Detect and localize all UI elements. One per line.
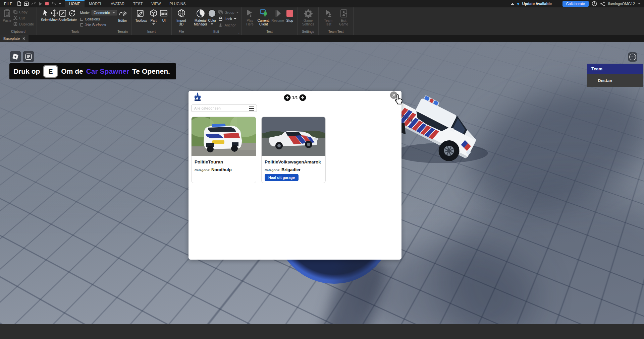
category-filter [191,105,257,112]
copy-button[interactable]: Copy [13,10,34,14]
tab-test[interactable]: TEST [129,0,147,7]
3d-viewport[interactable]: POLITIE Druk o [0,42,644,324]
edit-group: Material Manager Color Group Lock Anchor… [191,7,241,35]
close-tab-icon[interactable] [22,37,25,40]
open-file-icon[interactable] [24,1,29,6]
tab-baseplate[interactable]: Baseplate [0,35,29,42]
banner-text-3: Te Openen. [132,67,170,75]
anchor-button[interactable]: Anchor [218,23,238,27]
stop-button[interactable]: Stop [284,9,295,22]
page-indicator: 1/1 [292,95,298,100]
mode-select[interactable]: Geometric [92,10,117,15]
car-photo-touran [192,117,256,156]
police-car[interactable]: POLITIE [397,91,498,172]
new-file-icon[interactable] [17,1,21,6]
team-panel: Team Destan [587,64,643,87]
ui-button[interactable]: UI [159,9,169,22]
category-value: Noodhulp [211,167,232,172]
lock-button[interactable]: Lock [218,16,238,21]
move-tool[interactable]: Move [50,9,58,22]
next-page-button[interactable] [299,94,306,101]
pagination: 1/1 [189,94,401,101]
group-button[interactable]: Group [218,10,238,14]
banner-text-2: Om de [61,67,83,75]
test-group: Play Here Current:Client Resume Stop Tes… [241,7,298,35]
collisions-checkbox[interactable]: Collisions [80,17,117,21]
tab-view[interactable]: VIEW [147,0,165,7]
car-spawner-dialog: 1/1 [189,91,401,260]
team-test-group: Team Test Exit Game Team Test [319,7,354,35]
toolbox-button[interactable]: Toolbox [134,9,148,22]
settings-group: Game Settings Settings [298,7,319,35]
haal-uit-garage-button[interactable]: Haal uit garage [265,174,299,181]
document-tabbar: Baseplate [0,35,644,42]
username-label[interactable]: flamingoOMG12 [608,2,635,6]
mode-control: Mode: Geometric [80,10,117,15]
terrain-editor-button[interactable]: Editor [117,9,128,22]
update-available-label[interactable]: Update Available [522,2,552,6]
paste-button[interactable]: Paste [3,9,11,22]
stop-icon[interactable] [45,2,49,6]
prev-page-button[interactable] [284,94,291,101]
join-surfaces-checkbox[interactable]: Join Surfaces [80,23,117,27]
color-button[interactable]: Color [208,9,216,25]
roblox-studio-window: FILE HOME MODEL AVATAR TEST VIEW PLUGINS… [0,0,644,339]
exit-game-button[interactable]: Exit Game [337,9,350,26]
viewport-more-button[interactable] [628,52,637,62]
play-here-button[interactable]: Play Here [244,9,256,26]
list-icon [25,53,32,60]
resume-button[interactable]: Resume [271,9,284,22]
collaborate-button[interactable]: Collaborate [562,1,589,7]
tab-model[interactable]: MODEL [85,0,106,7]
insert-group: Toolbox Part UI Insert [131,7,172,35]
tools-group: Select Move Scale Rotate Mode: [37,7,114,35]
collapse-ribbon-icon[interactable] [511,3,514,5]
roblox-logo-icon [12,53,19,60]
card-title: PolitieTouran [195,159,253,164]
rotate-tool[interactable]: Rotate [67,9,76,22]
car-card-politietouran[interactable]: PolitieTouran Categorie: Noodhulp [191,117,256,183]
undo-icon[interactable] [51,2,56,6]
card-title: PolitieVolkswagenAmarok [265,159,322,164]
tab-plugins[interactable]: PLUGINS [165,0,190,7]
roblox-home-button[interactable] [10,51,21,62]
select-tool[interactable]: Select [41,9,50,22]
duplicate-button[interactable]: Duplicate [13,22,34,26]
category-search-input[interactable] [192,105,257,112]
cut-button[interactable]: Cut [13,16,34,20]
user-menu-caret-icon[interactable] [638,3,641,4]
clipboard-group: Paste Copy Cut Duplicate Clipboard [0,7,37,35]
help-icon[interactable] [592,1,597,6]
bottom-bar [0,324,644,339]
tab-home[interactable]: HOME [65,0,85,7]
share-icon[interactable] [600,1,605,6]
play-icon[interactable] [39,2,43,6]
car-photo-amarok [262,117,325,156]
tab-avatar[interactable]: AVATAR [106,0,129,7]
mouse-cursor [393,94,404,107]
ellipsis-icon [629,54,636,60]
ribbon-tabs: HOME MODEL AVATAR TEST VIEW PLUGINS [65,0,190,7]
category-value: Brigadier [281,167,301,172]
script-list-button[interactable] [23,51,34,62]
quick-access-caret-icon[interactable] [59,3,61,4]
banner-text-1: Druk op [13,67,40,75]
file-menu[interactable]: FILE [0,0,16,7]
titlebar: FILE HOME MODEL AVATAR TEST VIEW PLUGINS… [0,0,644,7]
game-settings-button[interactable]: Game Settings [301,9,316,26]
scale-tool[interactable]: Scale [58,9,67,22]
team-header: Team [587,64,643,74]
import-3d-button[interactable]: Import 3D [174,9,188,26]
team-test-button[interactable]: Team Test [322,9,335,26]
update-dot-icon [517,3,519,5]
current-client-button[interactable]: Current:Client [256,9,271,26]
material-manager-button[interactable]: Material Manager [194,9,207,26]
menu-icon[interactable] [249,107,254,111]
car-card-politievolkswagenamarok[interactable]: PolitieVolkswagenAmarok Categorie: Briga… [261,117,326,183]
team-member-destan[interactable]: Destan [587,74,643,87]
key-e-badge: E [43,65,58,78]
category-label: Categorie: [265,168,280,172]
car-spawner-banner: Druk op E Om de Car Spawner Te Openen. [9,63,176,79]
part-button[interactable]: Part [148,9,159,25]
redo-icon[interactable] [31,2,36,6]
